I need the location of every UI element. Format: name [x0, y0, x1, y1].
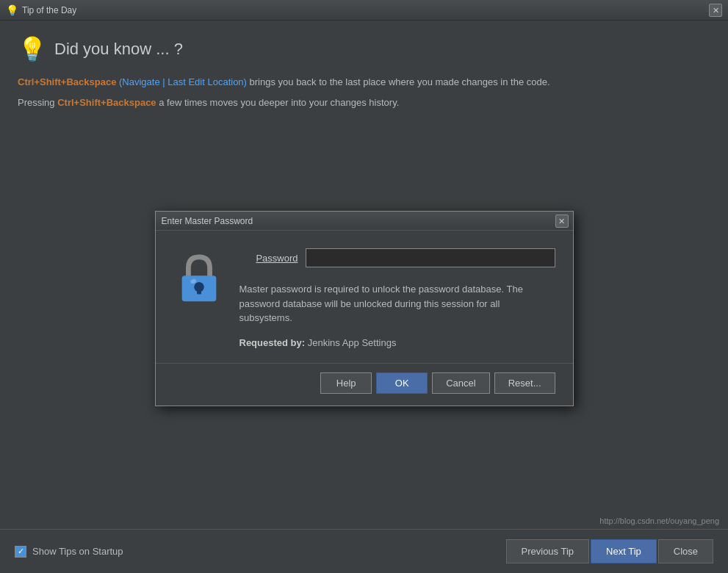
tip-line2: Pressing Ctrl+Shift+Backspace a few time…: [18, 96, 710, 110]
dialog-body: Password Master password is required to …: [156, 231, 573, 363]
dialog-close-button[interactable]: ✕: [555, 215, 569, 228]
lock-icon: [177, 254, 221, 306]
requested-by-label: Requested by:: [239, 337, 306, 348]
did-you-know-heading: Did you know ... ?: [54, 40, 183, 59]
window-title: Tip of the Day: [22, 5, 722, 15]
dialog-description: Master password is required to unlock th…: [239, 282, 555, 325]
help-button[interactable]: Help: [320, 372, 372, 394]
bottom-buttons: Previous Tip Next Tip Close: [506, 539, 713, 563]
header-row: 💡 Did you know ... ?: [18, 35, 710, 63]
svg-rect-2: [197, 287, 201, 295]
shortcut-highlight-2: Ctrl+Shift+Backspace: [57, 97, 156, 108]
next-tip-button[interactable]: Next Tip: [591, 539, 657, 563]
requested-by-value: Jenkins App Settings: [305, 337, 396, 348]
requested-by: Requested by: Jenkins App Settings: [239, 337, 555, 348]
password-row: Password: [239, 248, 555, 267]
show-tips-label[interactable]: ✓ Show Tips on Startup: [15, 546, 123, 558]
tip-line1-rest: brings you back to the last place where …: [247, 76, 550, 87]
dialog-right: Password Master password is required to …: [239, 248, 555, 348]
watermark: http://blog.csdn.net/ouyang_peng: [599, 516, 719, 525]
show-tips-checkbox[interactable]: ✓: [15, 546, 26, 558]
enter-master-password-dialog: Enter Master Password ✕: [155, 211, 574, 406]
shortcut-highlight-1: Ctrl+Shift+Backspace: [18, 76, 116, 87]
tip-line1: Ctrl+Shift+Backspace (Navigate | Last Ed…: [18, 75, 710, 90]
dialog-title: Enter Master Password: [162, 216, 253, 226]
lock-icon-container: [173, 248, 225, 348]
close-button[interactable]: Close: [658, 539, 713, 563]
previous-tip-button[interactable]: Previous Tip: [506, 539, 590, 563]
cancel-button[interactable]: Cancel: [432, 372, 489, 394]
dialog-buttons: Help OK Cancel Reset...: [156, 363, 573, 406]
password-label: Password: [239, 253, 298, 264]
navigate-highlight: (Navigate | Last Edit Location): [116, 76, 247, 87]
title-bar: 💡 Tip of the Day ✕: [0, 0, 728, 21]
dialog-title-bar: Enter Master Password ✕: [156, 212, 573, 231]
tip-line2-suffix: a few times moves you deeper into your c…: [156, 97, 400, 108]
reset-button[interactable]: Reset...: [494, 372, 555, 394]
show-tips-text: Show Tips on Startup: [32, 546, 123, 557]
tip-icon: 💡: [6, 4, 18, 16]
tip-line2-prefix: Pressing: [18, 97, 57, 108]
bottom-bar: ✓ Show Tips on Startup Previous Tip Next…: [0, 529, 728, 573]
window-close-button[interactable]: ✕: [709, 4, 722, 17]
bulb-icon: 💡: [18, 35, 47, 63]
password-input[interactable]: [306, 248, 555, 267]
ok-button[interactable]: OK: [376, 372, 428, 394]
